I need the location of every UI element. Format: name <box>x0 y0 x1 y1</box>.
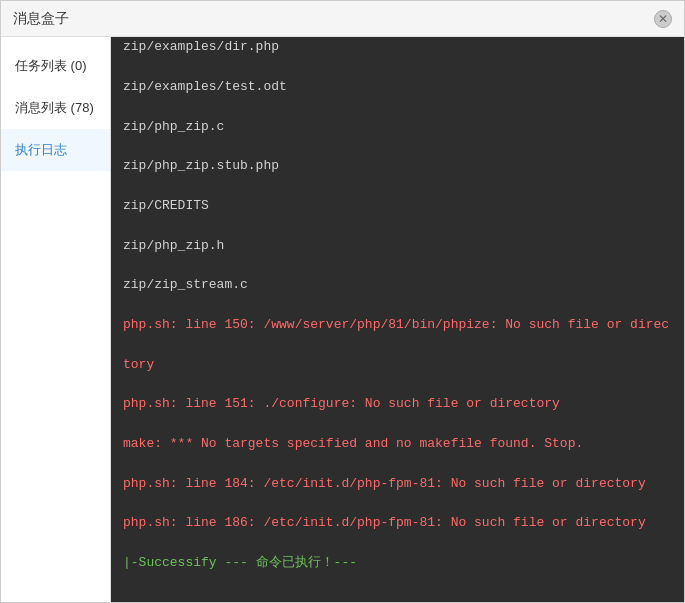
sidebar-item-task-list[interactable]: 任务列表 (0) <box>1 45 110 87</box>
content-area: 任务列表 (0)消息列表 (78)执行日志 zip/examples/test_… <box>1 37 684 602</box>
sidebar-item-exec-log[interactable]: 执行日志 <box>1 129 110 171</box>
terminal-line: zip/zip_stream.c <box>123 275 672 295</box>
main-content: zip/examples/test_with_comment.zip zip/e… <box>111 37 684 602</box>
terminal-line: |-Successify --- 命令已执行！--- <box>123 553 672 573</box>
title-bar: 消息盒子 ✕ <box>1 1 684 37</box>
terminal-line: php.sh: line 184: /etc/init.d/php-fpm-81… <box>123 474 672 494</box>
terminal-line: php.sh: line 150: /www/server/php/81/bin… <box>123 315 672 335</box>
terminal-line: php.sh: line 151: ./configure: No such f… <box>123 394 672 414</box>
terminal-line: zip/examples/dir.php <box>123 37 672 57</box>
terminal-line: zip/CREDITS <box>123 196 672 216</box>
terminal-line: zip/examples/test.odt <box>123 77 672 97</box>
sidebar-item-message-list[interactable]: 消息列表 (78) <box>1 87 110 129</box>
terminal-line: zip/php_zip.c <box>123 117 672 137</box>
terminal-line: php.sh: line 186: /etc/init.d/php-fpm-81… <box>123 513 672 533</box>
terminal-line: zip/php_zip.stub.php <box>123 156 672 176</box>
terminal-line: tory <box>123 355 672 375</box>
terminal-line: zip/php_zip.h <box>123 236 672 256</box>
sidebar: 任务列表 (0)消息列表 (78)执行日志 <box>1 37 111 602</box>
terminal-line: make: *** No targets specified and no ma… <box>123 434 672 454</box>
window-title: 消息盒子 <box>13 10 69 28</box>
main-window: 消息盒子 ✕ 任务列表 (0)消息列表 (78)执行日志 zip/example… <box>0 0 685 603</box>
terminal-output[interactable]: zip/examples/test_with_comment.zip zip/e… <box>111 37 684 602</box>
close-button[interactable]: ✕ <box>654 10 672 28</box>
